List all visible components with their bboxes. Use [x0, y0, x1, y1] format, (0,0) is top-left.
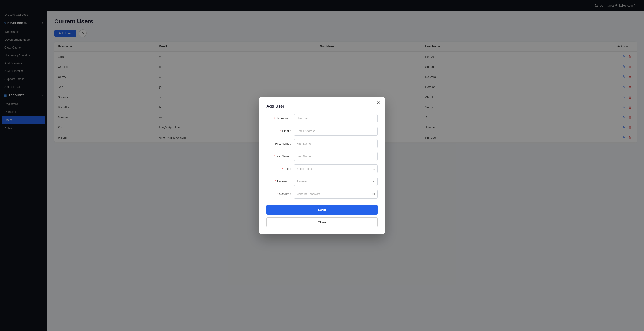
- role-select-wrapper: Select roles ⌄: [294, 164, 378, 173]
- modal-close-button[interactable]: ✕: [376, 100, 380, 105]
- form-row-confirm: *Confirm : 👁: [266, 190, 378, 198]
- label-role: *Role :: [266, 167, 291, 170]
- modal-actions: Save Close: [266, 205, 378, 227]
- confirm-input[interactable]: [294, 190, 378, 198]
- form-row-password: *Password : 👁: [266, 177, 378, 186]
- password-input[interactable]: [294, 177, 378, 186]
- modal-title: Add User: [266, 104, 378, 109]
- label-email: *Email :: [266, 129, 291, 133]
- label-confirm: *Confirm :: [266, 192, 291, 196]
- confirm-toggle-icon[interactable]: 👁: [372, 192, 376, 196]
- username-input[interactable]: [294, 114, 378, 123]
- confirm-wrapper: 👁: [294, 190, 378, 198]
- modal-overlay: ✕ Add User *Username : *Email : *First N…: [0, 0, 644, 331]
- password-toggle-icon[interactable]: 👁: [372, 179, 376, 183]
- label-password: *Password :: [266, 180, 291, 183]
- email-input[interactable]: [294, 127, 378, 136]
- form-row-firstname: *First Name :: [266, 139, 378, 148]
- label-username: *Username :: [266, 117, 291, 120]
- lastname-input[interactable]: [294, 152, 378, 161]
- form-row-email: *Email :: [266, 127, 378, 136]
- form-row-lastname: *Last Name :: [266, 152, 378, 161]
- form-row-username: *Username :: [266, 114, 378, 123]
- role-select[interactable]: Select roles: [294, 164, 378, 173]
- label-firstname: *First Name :: [266, 142, 291, 145]
- close-modal-button[interactable]: Close: [266, 217, 378, 227]
- form-row-role: *Role : Select roles ⌄: [266, 164, 378, 173]
- label-lastname: *Last Name :: [266, 155, 291, 158]
- add-user-modal: ✕ Add User *Username : *Email : *First N…: [259, 97, 385, 234]
- password-wrapper: 👁: [294, 177, 378, 186]
- save-button[interactable]: Save: [266, 205, 378, 215]
- firstname-input[interactable]: [294, 139, 378, 148]
